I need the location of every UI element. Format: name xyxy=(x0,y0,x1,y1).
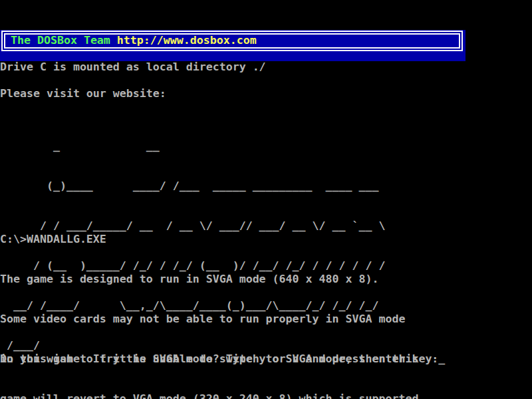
dosbox-url: http://www.dosbox.com xyxy=(117,34,257,47)
dosbox-team-label: The DOSBox Team xyxy=(11,34,117,47)
dosbox-banner: The DOSBox Team http://www.dosbox.com xyxy=(0,30,466,61)
console-output: C:\>WANDALLG.EXE The game is designed to… xyxy=(0,206,432,399)
output-line: game will revert to VGA mode (320 x 240 … xyxy=(0,392,432,399)
output-line: Some video cards may not be able to run … xyxy=(0,313,432,326)
drive-mount-status: Drive C is mounted as local directory ./ xyxy=(0,61,266,74)
dosbox-terminal-screen[interactable]: The DOSBox Team http://www.dosbox.com Dr… xyxy=(0,0,532,399)
website-prompt: Please visit our website: xyxy=(0,87,166,100)
banner-title: The DOSBox Team http://www.dosbox.com xyxy=(11,34,257,47)
output-line: The game is designed to run in SVGA mode… xyxy=(0,273,432,286)
svga-mode-prompt[interactable]: Do you wish to try the SVGA mode? Type y… xyxy=(0,352,445,366)
ascii-logo-line: (_)____ ____/ /___ _____ _________ ____ … xyxy=(0,180,385,193)
ascii-logo-line: _ __ xyxy=(0,140,385,153)
command-line: C:\>WANDALLG.EXE xyxy=(0,233,432,246)
text-cursor[interactable]: _ xyxy=(438,352,445,366)
prompt-text: Do you wish to try the SVGA mode? Type y… xyxy=(0,352,438,365)
